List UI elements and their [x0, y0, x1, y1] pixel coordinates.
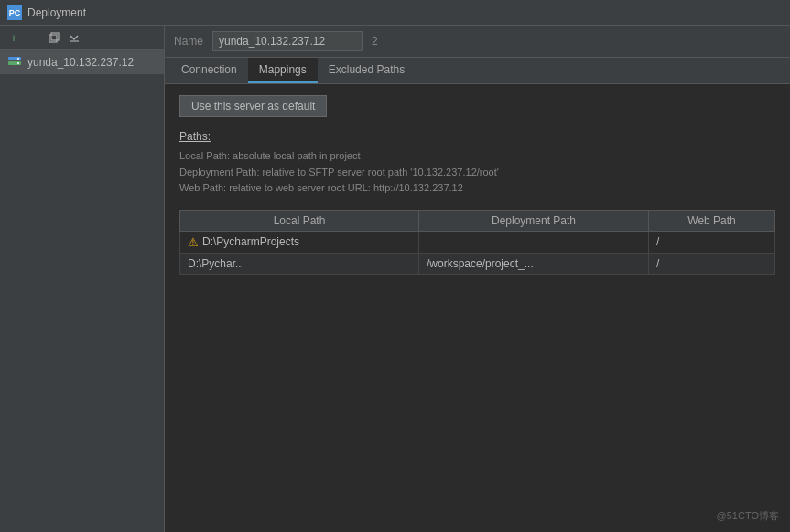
table-row[interactable]: D:\Pychar... /workspace/project_... /: [180, 253, 775, 274]
svg-rect-1: [51, 33, 59, 40]
web-path-cell: /: [649, 253, 775, 274]
watermark: @51CTO博客: [717, 509, 779, 523]
server-type-value: 2: [372, 35, 378, 48]
window-title: Deployment: [27, 6, 86, 19]
svg-point-6: [17, 62, 19, 64]
mappings-table: Local Path Deployment Path Web Path ⚠ D:…: [179, 210, 775, 275]
server-icon: [7, 55, 22, 70]
move-down-button[interactable]: [66, 29, 82, 46]
server-name-input[interactable]: [212, 31, 363, 51]
paths-info-line-3: Web Path: relative to web server root UR…: [179, 180, 775, 197]
col-web-path: Web Path: [649, 210, 775, 231]
local-path-cell: D:\Pychar...: [180, 253, 419, 274]
use-default-button[interactable]: Use this server as default: [179, 95, 327, 117]
table-row[interactable]: ⚠ D:\PycharmProjects /: [180, 231, 775, 253]
remove-button[interactable]: −: [26, 29, 42, 46]
copy-button[interactable]: [46, 29, 62, 46]
sidebar-toolbar: + −: [0, 26, 164, 50]
local-path-cell: ⚠ D:\PycharmProjects: [180, 231, 419, 253]
col-deployment-path: Deployment Path: [419, 210, 649, 231]
sidebar-item-server[interactable]: yunda_10.132.237.12: [0, 50, 164, 74]
paths-label: Paths:: [179, 130, 775, 143]
tabs-bar: Connection Mappings Excluded Paths: [165, 58, 790, 84]
paths-info-line-2: Deployment Path: relative to SFTP server…: [179, 165, 775, 181]
paths-info: Local Path: absolute local path in proje…: [179, 148, 775, 197]
web-path-cell: /: [649, 231, 775, 253]
svg-rect-0: [49, 35, 57, 42]
warning-cell: ⚠ D:\PycharmProjects: [188, 235, 411, 249]
mappings-content: Use this server as default Paths: Local …: [165, 84, 790, 532]
deployment-path-cell: /workspace/project_...: [419, 253, 649, 274]
main-container: + − yunda_10.132.237: [0, 26, 790, 532]
paths-info-line-1: Local Path: absolute local path in proje…: [179, 148, 775, 165]
deployment-path-cell: [419, 231, 649, 253]
title-bar: PC Deployment: [0, 0, 790, 26]
app-icon: PC: [7, 5, 22, 20]
sidebar: + − yunda_10.132.237: [0, 26, 165, 532]
svg-point-5: [17, 58, 19, 60]
tab-mappings[interactable]: Mappings: [248, 58, 318, 83]
content-area: Name 2 Connection Mappings Excluded Path…: [165, 26, 790, 532]
name-label: Name: [174, 35, 203, 48]
server-name: yunda_10.132.237.12: [27, 56, 134, 69]
tab-connection[interactable]: Connection: [170, 58, 248, 83]
local-path-value: D:\PycharmProjects: [202, 235, 299, 248]
add-button[interactable]: +: [5, 29, 22, 46]
col-local-path: Local Path: [180, 210, 419, 231]
server-header: Name 2: [165, 26, 790, 58]
tab-excluded-paths[interactable]: Excluded Paths: [318, 58, 416, 83]
warning-icon: ⚠: [188, 235, 199, 249]
